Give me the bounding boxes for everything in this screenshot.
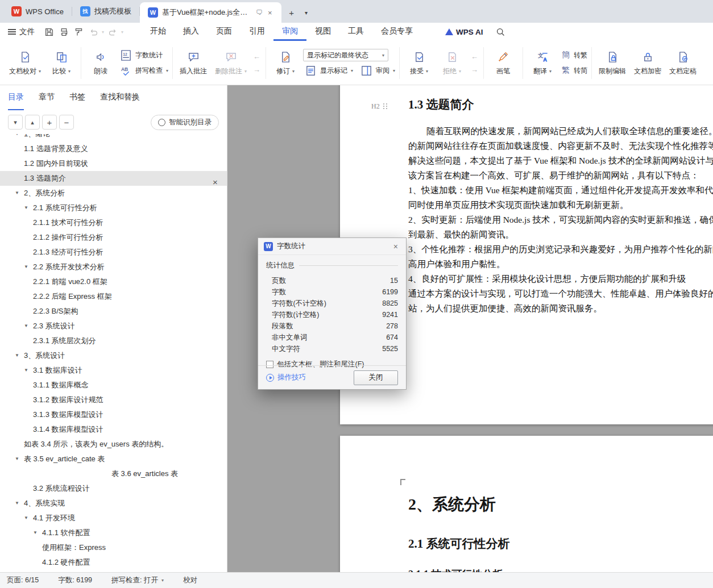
expand-all-button[interactable]: ▾ <box>8 115 23 130</box>
outline-item[interactable]: ▼ 3、系统设计 <box>0 348 227 363</box>
spell-check-status[interactable]: 拼写检查: 打开 ▾ <box>111 576 164 585</box>
tab-active-document[interactable]: W 基于Vue框架+node.js全球新 🗨 × <box>140 2 281 23</box>
tab-template-doc[interactable]: 找 找稿壳模板 <box>72 0 139 23</box>
caret-down-icon[interactable]: ▼ <box>24 363 33 378</box>
outline-item[interactable]: ▼ 4.1 开发环境 <box>0 511 227 526</box>
heading-level-badge[interactable]: H2 <box>371 102 387 111</box>
menu-tab[interactable]: 引用 <box>241 23 273 41</box>
compare-button[interactable]: 比较▾ <box>46 48 77 78</box>
outline-item[interactable]: ▼ 1.1 选题背景及意义 <box>0 141 227 156</box>
next-comment-icon[interactable]: → <box>253 65 260 74</box>
outline-item[interactable]: ▼ 4.1.2 硬件配置 <box>0 555 227 570</box>
outline-item[interactable]: ▼ 2.1.2 操作可行性分析 <box>0 230 227 245</box>
show-markup-button[interactable]: 显示标记 ▾ <box>303 64 353 77</box>
outline-item[interactable]: ▼ 3.1 数据库设计 <box>0 363 227 378</box>
drag-handle-icon[interactable] <box>383 103 387 110</box>
dialog-title-bar[interactable]: W 字数统计 × <box>258 238 406 255</box>
outline-item[interactable]: ▼ 3.1.3 数据库模型设计 <box>0 407 227 422</box>
caret-down-icon[interactable]: ▼ <box>24 511 33 526</box>
document-page-2[interactable]: 2、系统分析 2.1 系统可行性分析 2.1.1 技术可行性分析 <box>340 436 713 572</box>
outline-item[interactable]: ▼ 表 3.5 ev_article_cate 表 <box>0 452 227 466</box>
doc-proof-button[interactable]: 文档校对▾ <box>6 48 44 78</box>
next-change-icon[interactable]: → <box>471 65 478 74</box>
outline-item[interactable]: ▼ 2.2 系统开发技术分析 <box>0 260 227 274</box>
zoom-out-outline-button[interactable]: − <box>59 115 74 130</box>
accept-button[interactable]: 接受▾ <box>404 48 434 78</box>
caret-down-icon[interactable]: ▼ <box>15 496 24 511</box>
caret-down-icon[interactable]: ▼ <box>24 201 33 215</box>
to-simplified-button[interactable]: 繁 转简 <box>560 64 587 77</box>
translate-button[interactable]: 文A 翻译▾ <box>527 48 558 78</box>
close-pane-icon[interactable]: × <box>213 177 704 187</box>
pen-button[interactable]: 画笔 <box>488 48 519 78</box>
page-indicator[interactable]: 页面: 6/15 <box>7 576 39 585</box>
smart-recognize-button[interactable]: 智能识别目录 <box>151 115 219 130</box>
previous-comment-icon[interactable]: ← <box>253 52 260 61</box>
insert-comment-button[interactable]: 插入批注 <box>177 48 210 78</box>
caret-down-icon[interactable]: ▼ <box>15 134 24 141</box>
file-menu-button[interactable]: 文件 <box>0 23 42 41</box>
outline-item[interactable]: ▼ 3.2 系统流程设计 <box>0 481 227 496</box>
caret-down-icon[interactable]: ▼ <box>15 186 24 201</box>
outline-item[interactable]: ▼ 2.3.1 系统层次划分 <box>0 333 227 348</box>
finalize-button[interactable]: 文档定稿 <box>666 48 699 78</box>
menu-tab[interactable]: 开始 <box>142 23 175 41</box>
navigation-tab[interactable]: 查找和替换 <box>100 85 140 110</box>
close-dialog-button[interactable]: 关闭 <box>354 370 398 385</box>
outline-item[interactable]: ▼ 1.2 国内外目前现状 <box>0 156 227 171</box>
outline-item[interactable]: ▼ 3.1.1 数据库概念 <box>0 378 227 393</box>
caret-down-icon[interactable]: ▼ <box>15 452 24 466</box>
caret-down-icon[interactable]: ▼ <box>15 348 24 363</box>
previous-change-icon[interactable]: ← <box>471 52 478 61</box>
outline-item[interactable]: ▼ 4.1.1 软件配置 <box>0 526 227 540</box>
markup-state-select[interactable]: 显示标记的最终状态 ▾ <box>303 49 388 61</box>
outline-item[interactable]: ▼ 2.1 系统可行性分析 <box>0 201 227 215</box>
to-traditional-button[interactable]: 簡 转繁 <box>560 49 587 61</box>
save-button[interactable] <box>42 24 56 39</box>
outline-item[interactable]: ▼ 如表 3.4 所示，该表为 ev_users 表的结构。 <box>0 437 227 452</box>
outline-item[interactable]: ▼ 1.3 选题简介 <box>0 171 227 186</box>
menu-tab[interactable]: 审阅 <box>273 23 306 41</box>
redo-dropdown-chevron-icon[interactable]: ▾ <box>120 30 125 35</box>
undo-button[interactable] <box>86 24 101 39</box>
outline-item[interactable]: ▼ 2.2.1 前端 vue2.0 框架 <box>0 274 227 289</box>
caret-down-icon[interactable]: ▼ <box>33 526 42 540</box>
wps-ai-button[interactable]: WPS AI <box>445 23 483 41</box>
outline-item[interactable]: ▼ 3.1.4 数据库模型设计 <box>0 422 227 437</box>
outline-item[interactable]: ▼ 2.1.1 技术可行性分析 <box>0 215 227 230</box>
delete-comment-button[interactable]: 删除批注▾ <box>212 48 250 78</box>
outline-item[interactable]: ▼ 2.3 系统设计 <box>0 319 227 333</box>
track-changes-button[interactable]: 修订▾ <box>270 48 301 78</box>
review-pane-button[interactable]: 审阅 ▾ <box>359 64 395 77</box>
outline-item[interactable]: ▼ 4、系统实现 <box>0 496 227 511</box>
spell-check-button[interactable]: AB 拼写检查 ▾ <box>118 64 168 77</box>
word-count-status[interactable]: 字数: 6199 <box>58 576 92 585</box>
collapse-all-button[interactable]: ▴ <box>25 115 40 130</box>
tips-link[interactable]: 操作技巧 <box>266 373 306 382</box>
reject-button[interactable]: 拒绝▾ <box>437 48 467 78</box>
navigation-tab[interactable]: 章节 <box>39 85 55 110</box>
caret-down-icon[interactable]: ▼ <box>24 319 33 333</box>
outline-item[interactable]: ▼ 2.1.3 经济可行性分析 <box>0 245 227 260</box>
restrict-edit-button[interactable]: 限制编辑 <box>596 48 629 78</box>
menu-tab[interactable]: 视图 <box>306 23 339 41</box>
outline-item[interactable]: ▼ 表 3.6 ev_articles 表 <box>0 466 227 481</box>
navigation-tab[interactable]: 书签 <box>69 85 85 110</box>
format-painter-button[interactable] <box>71 24 86 39</box>
tab-list-chevron-icon[interactable]: ▾ <box>300 6 313 19</box>
tab-wps-office[interactable]: W WPS Office <box>3 0 72 23</box>
proofread-status[interactable]: 校对 <box>183 576 197 585</box>
close-tab-icon[interactable]: × <box>267 9 273 17</box>
outline-item[interactable]: ▼ 3.1.2 数据库设计规范 <box>0 393 227 407</box>
navigation-tab[interactable]: 目录 <box>8 85 24 110</box>
menu-tab[interactable]: 工具 <box>339 23 372 41</box>
menu-tab[interactable]: 插入 <box>175 23 208 41</box>
outline-item[interactable]: ▼ 2.2.2 后端 Express 框架 <box>0 289 227 304</box>
menu-tab[interactable]: 页面 <box>208 23 241 41</box>
outline-item[interactable]: ▼ 2、系统分析 <box>0 186 227 201</box>
zoom-in-outline-button[interactable]: + <box>42 115 57 130</box>
outline-item[interactable]: ▼ 2.2.3 B/S架构 <box>0 304 227 319</box>
caret-down-icon[interactable]: ▼ <box>24 260 33 274</box>
word-count-button[interactable]: 12 字数统计 <box>118 49 168 61</box>
search-icon[interactable] <box>494 24 508 39</box>
